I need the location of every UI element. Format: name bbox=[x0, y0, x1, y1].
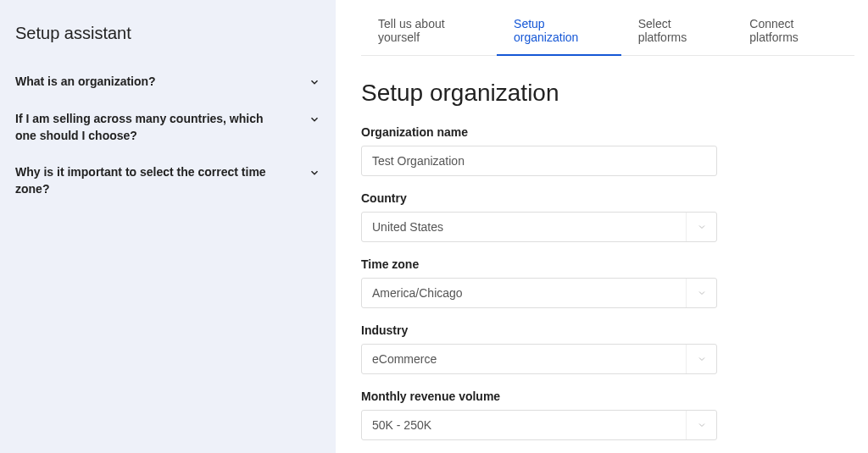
chevron-down-icon bbox=[309, 167, 320, 181]
faq-item-countries[interactable]: If I am selling across many countries, w… bbox=[15, 108, 320, 161]
setup-assistant-sidebar: Setup assistant What is an organization?… bbox=[0, 0, 336, 453]
faq-question: What is an organization? bbox=[15, 74, 156, 91]
chevron-down-icon bbox=[686, 213, 716, 241]
timezone-label: Time zone bbox=[361, 257, 854, 271]
industry-select[interactable]: eCommerce bbox=[361, 344, 717, 374]
form-group-org-name: Organization name bbox=[361, 125, 854, 176]
timezone-select[interactable]: America/Chicago bbox=[361, 278, 717, 308]
tab-setup-organization[interactable]: Setup organization bbox=[497, 10, 621, 56]
chevron-down-icon bbox=[686, 279, 716, 307]
tab-select-platforms[interactable]: Select platforms bbox=[621, 10, 733, 56]
chevron-down-icon bbox=[309, 113, 320, 128]
chevron-down-icon bbox=[686, 345, 716, 373]
revenue-select[interactable]: 50K - 250K bbox=[361, 410, 717, 440]
sidebar-title: Setup assistant bbox=[15, 24, 320, 43]
tab-connect-platforms[interactable]: Connect platforms bbox=[732, 10, 854, 56]
industry-value: eCommerce bbox=[362, 352, 686, 366]
country-label: Country bbox=[361, 191, 854, 205]
org-name-label: Organization name bbox=[361, 125, 854, 139]
chevron-down-icon bbox=[309, 76, 320, 91]
tab-about-yourself[interactable]: Tell us about yourself bbox=[361, 10, 497, 56]
revenue-value: 50K - 250K bbox=[362, 418, 686, 432]
chevron-down-icon bbox=[686, 411, 716, 439]
form-group-timezone: Time zone America/Chicago bbox=[361, 257, 854, 308]
timezone-value: America/Chicago bbox=[362, 286, 686, 300]
faq-question: If I am selling across many countries, w… bbox=[15, 111, 270, 144]
form-group-revenue: Monthly revenue volume 50K - 250K bbox=[361, 389, 854, 440]
wizard-tabs: Tell us about yourself Setup organizatio… bbox=[361, 10, 854, 56]
revenue-label: Monthly revenue volume bbox=[361, 389, 854, 403]
industry-label: Industry bbox=[361, 323, 854, 337]
org-name-input[interactable] bbox=[361, 146, 717, 176]
faq-item-timezone[interactable]: Why is it important to select the correc… bbox=[15, 161, 320, 214]
faq-item-organization[interactable]: What is an organization? bbox=[15, 70, 320, 108]
faq-question: Why is it important to select the correc… bbox=[15, 164, 270, 197]
form-group-country: Country United States bbox=[361, 191, 854, 242]
page-title: Setup organization bbox=[361, 80, 854, 107]
form-group-industry: Industry eCommerce bbox=[361, 323, 854, 374]
country-select[interactable]: United States bbox=[361, 212, 717, 242]
country-value: United States bbox=[362, 220, 686, 234]
main-content: Tell us about yourself Setup organizatio… bbox=[336, 0, 868, 453]
